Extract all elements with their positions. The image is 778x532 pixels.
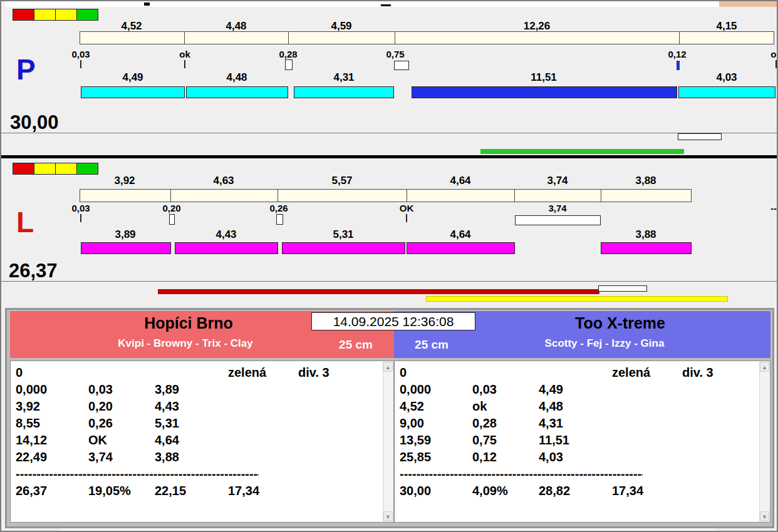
scroll-down-icon[interactable]: ▼ (760, 511, 769, 521)
cell: 0,000 (400, 381, 472, 398)
cell: 4,43 (155, 398, 228, 415)
tick-mark (406, 214, 407, 222)
team-right-name: Too X-treme (432, 314, 778, 332)
table-divider-row: ----------------------------------------… (16, 466, 393, 483)
divider-dashes: ----------------------------------------… (16, 466, 259, 483)
l-run-bar (81, 242, 171, 254)
l-progress-box (598, 285, 647, 292)
scroll-up-icon[interactable]: ▲ (760, 362, 769, 372)
l-split-segment (514, 189, 601, 202)
cell: zelená (228, 364, 298, 381)
table-row: 3,920,204,43 (16, 398, 393, 415)
cell: 17,34 (228, 483, 298, 499)
l-split-time: 4,64 (450, 175, 470, 187)
p-split-segment (395, 31, 680, 44)
lane-divider (1, 155, 777, 158)
cell: 0,03 (88, 381, 155, 398)
p-run-bar (678, 86, 775, 98)
l-split-time: 3,74 (547, 175, 568, 187)
l-split-bar (80, 189, 692, 202)
table-row: 0zelenádiv. 3 (400, 364, 770, 381)
l-run-bar (407, 242, 515, 254)
table-summary-row: 30,004,09%28,8217,34 (400, 483, 770, 499)
titlebar-mark-icon (144, 3, 150, 6)
l-change-mark: 0,20 (162, 203, 180, 213)
cell: 30,00 (400, 483, 472, 499)
p-split-segment (288, 31, 395, 44)
scrollbar[interactable]: ▲ ▼ (383, 362, 393, 521)
table-row: 14,12OK4,64 (16, 432, 393, 449)
l-run-time: 3,89 (115, 228, 135, 241)
scoreboard-panel: Hopíci Brno Kvipi - Browny - Trix - Clay… (5, 308, 774, 528)
l-run-bar (175, 242, 278, 254)
l-start-lights (13, 163, 98, 175)
table-row: 0,0000,033,89 (16, 381, 393, 398)
bottom-window-strip (61, 529, 715, 532)
l-run-time: 3,88 (635, 228, 656, 241)
table-summary-row: 26,3719,05%22,1517,34 (16, 483, 393, 499)
cell: 25,85 (400, 449, 472, 466)
p-run-time: 4,48 (226, 71, 247, 84)
l-split-segment (407, 189, 515, 202)
p-run-time: 4,49 (122, 71, 143, 84)
p-change-mark: 0,12 (668, 49, 686, 59)
cell: 26,37 (16, 483, 88, 499)
cell: 9,00 (400, 415, 472, 432)
l-change-box (169, 214, 175, 225)
l-split-time: 3,92 (114, 175, 135, 187)
l-change-mark: OK (400, 203, 414, 213)
table-row: 8,550,265,31 (16, 415, 393, 432)
l-split-segment (80, 189, 171, 202)
p-split-segment (184, 31, 289, 44)
scrollbar[interactable]: ▲ ▼ (759, 362, 769, 521)
p-run-time: 11,51 (531, 71, 557, 84)
l-change-mark: 3,74 (548, 203, 566, 213)
cell: div. 3 (298, 364, 329, 381)
cell: 4,03 (539, 449, 612, 466)
team-left-jump-height: 25 cm (331, 338, 381, 352)
team-right-results-panel: 0zelenádiv. 3 0,0000,034,49 4,52ok4,48 9… (394, 361, 770, 523)
cell: 3,92 (16, 398, 88, 415)
l-run-bar (282, 242, 405, 254)
l-run-time: 4,64 (450, 228, 470, 241)
divider-dashes: ----------------------------------------… (400, 466, 643, 483)
cell: ok (472, 398, 539, 415)
l-split-time: 4,63 (213, 175, 234, 187)
cell: 0,20 (88, 398, 155, 415)
p-run-bar (294, 86, 394, 98)
cell: zelená (612, 364, 682, 381)
scroll-up-icon[interactable]: ▲ (383, 362, 393, 372)
p-progress-bar (480, 149, 684, 154)
titlebar-mark-icon (381, 4, 391, 6)
p-change-box (285, 59, 293, 70)
p-split-time: 12,26 (524, 20, 551, 33)
tick-mark (184, 60, 185, 68)
p-split-time: 4,59 (331, 20, 351, 33)
p-split-bar (80, 31, 774, 44)
table-row: 22,493,743,88 (16, 449, 393, 466)
table-divider-row: ----------------------------------------… (400, 466, 770, 483)
cell: 0,03 (472, 381, 539, 398)
cell: 4,64 (155, 432, 228, 449)
table-row: 0,0000,034,49 (400, 381, 770, 398)
p-run-time: 4,31 (333, 71, 354, 84)
p-run-time: 4,03 (716, 71, 737, 84)
l-change-mark: 0,03 (71, 203, 90, 213)
table-row: 13,590,7511,51 (400, 432, 770, 449)
tick-mark (775, 60, 777, 68)
l-lane-label: L (16, 208, 34, 237)
cell: 17,34 (612, 483, 682, 499)
scroll-down-icon[interactable]: ▼ (383, 511, 393, 521)
light-red-icon (13, 9, 34, 21)
cell: 8,55 (16, 415, 88, 432)
l-split-time: 5,57 (331, 175, 352, 187)
l-split-segment (170, 189, 278, 202)
p-change-mark: ok (770, 49, 778, 59)
cell: 0,12 (472, 449, 539, 466)
cell: 4,31 (539, 415, 612, 432)
table-row: 25,850,124,03 (400, 449, 770, 466)
cell: 4,48 (539, 398, 612, 415)
flyball-timing-window: P 4,52 4,48 4,59 12,26 4,15 0,03 ok 0,28… (0, 0, 778, 532)
p-change-box (394, 61, 409, 70)
datetime-display: 14.09.2025 12:36:08 (311, 312, 475, 330)
